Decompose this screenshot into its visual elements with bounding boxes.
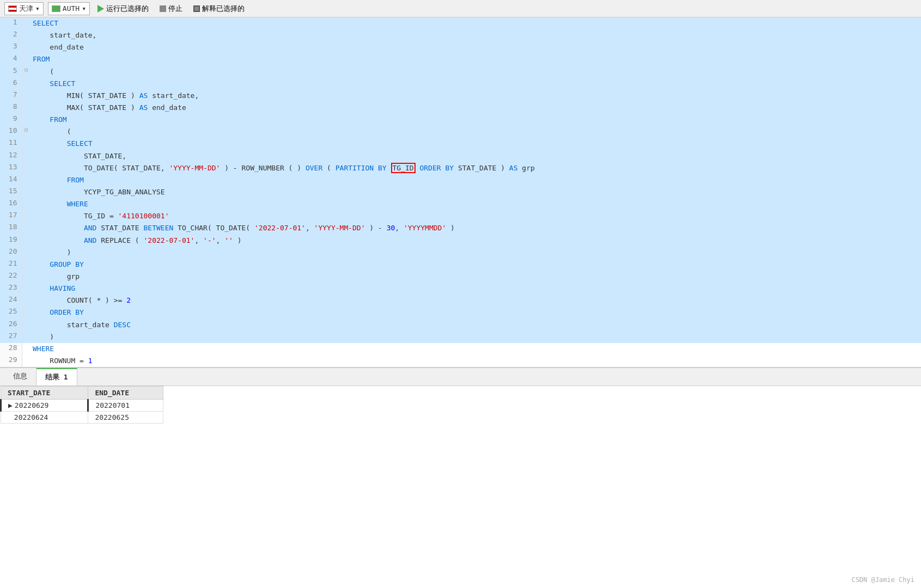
- fold-indicator: [22, 53, 31, 65]
- code-line: YCYP_TG_ABN_ANALYSE: [31, 186, 921, 198]
- stop-label: 停止: [168, 4, 182, 14]
- fold-indicator: [22, 138, 31, 150]
- table-row: 22 grp: [0, 271, 921, 283]
- table-row: 11 SELECT: [0, 138, 921, 150]
- parse-icon: [193, 5, 200, 12]
- table-row: 7 MIN( STAT_DATE ) AS start_date,: [0, 90, 921, 102]
- fold-indicator: [22, 319, 31, 331]
- fold-indicator: [22, 174, 31, 186]
- code-line: ROWNUM = 1: [31, 355, 921, 367]
- result-table-wrapper: START_DATE END_DATE ▶20220629 20220701 ▶…: [0, 386, 921, 424]
- line-number: 4: [0, 53, 22, 65]
- bottom-panel: 信息 结果 1 START_DATE END_DATE ▶20220629 20…: [0, 368, 921, 424]
- line-number: 29: [0, 355, 22, 367]
- line-number: 20: [0, 247, 22, 259]
- table-row: 29 ROWNUM = 1: [0, 355, 921, 367]
- fold-indicator: [22, 210, 31, 222]
- fold-indicator: [22, 90, 31, 102]
- code-line: WHERE: [31, 343, 921, 355]
- line-number: 18: [0, 222, 22, 234]
- code-line: MAX( STAT_DATE ) AS end_date: [31, 102, 921, 114]
- table-row: 3 end_date: [0, 41, 921, 53]
- code-line: HAVING: [31, 283, 921, 295]
- fold-indicator: [22, 162, 31, 174]
- table-row: 4 FROM: [0, 53, 921, 65]
- code-line: TG_ID = '4110100001': [31, 210, 921, 222]
- line-number: 10: [0, 126, 22, 138]
- code-line: (: [31, 126, 921, 138]
- table-row: 10 ⊟ (: [0, 126, 921, 138]
- footer-credit: CSDN @Jamie Chyi: [851, 576, 914, 584]
- table-row: ▶20220629 20220701: [1, 400, 163, 412]
- db-flag-icon: [8, 5, 17, 12]
- schema-selector[interactable]: AUTH ▾: [48, 2, 90, 15]
- code-editor[interactable]: 1 SELECT 2 start_date, 3 end_date 4 F: [0, 17, 921, 368]
- fold-indicator: [22, 295, 31, 307]
- line-number: 28: [0, 343, 22, 355]
- parse-button[interactable]: 解释已选择的: [190, 3, 248, 15]
- code-line: TO_DATE( STAT_DATE, 'YYYY-MM-DD' ) - ROW…: [31, 162, 921, 174]
- code-line: start_date DESC: [31, 319, 921, 331]
- fold-indicator: [22, 102, 31, 114]
- table-row: 28 WHERE: [0, 343, 921, 355]
- table-row: 16 WHERE: [0, 198, 921, 210]
- fold-indicator: [22, 222, 31, 234]
- line-number: 13: [0, 162, 22, 174]
- table-row: 20 ): [0, 247, 921, 259]
- code-line: FROM: [31, 174, 921, 186]
- tab-info[interactable]: 信息: [4, 368, 36, 385]
- tg-id-highlight: TG_ID: [391, 163, 416, 174]
- schema-dropdown-icon: ▾: [82, 4, 86, 13]
- col-header-start-date: START_DATE: [1, 387, 88, 400]
- line-number: 19: [0, 235, 22, 247]
- stop-button[interactable]: 停止: [156, 3, 186, 15]
- tab-result1[interactable]: 结果 1: [36, 368, 77, 385]
- tabs-bar: 信息 结果 1: [0, 368, 921, 386]
- fold-indicator: [22, 186, 31, 198]
- table-row: 1 SELECT: [0, 17, 921, 29]
- col-header-end-date: END_DATE: [88, 387, 163, 400]
- line-number: 11: [0, 138, 22, 150]
- code-line: ): [31, 331, 921, 343]
- table-row: 8 MAX( STAT_DATE ) AS end_date: [0, 102, 921, 114]
- run-icon: [97, 5, 104, 13]
- table-row: ▶20220624 20220625: [1, 412, 163, 424]
- line-number: 25: [0, 307, 22, 318]
- table-row: 5 ⊟ (: [0, 66, 921, 78]
- fold-indicator: [22, 78, 31, 90]
- table-row: 13 TO_DATE( STAT_DATE, 'YYYY-MM-DD' ) - …: [0, 162, 921, 174]
- line-number: 3: [0, 41, 22, 53]
- line-number: 9: [0, 114, 22, 126]
- fold-indicator: [22, 331, 31, 343]
- code-line: SELECT: [31, 17, 921, 29]
- code-line: GROUP BY: [31, 259, 921, 271]
- line-number: 15: [0, 186, 22, 198]
- code-line: ORDER BY: [31, 307, 921, 318]
- table-row: 6 SELECT: [0, 78, 921, 90]
- line-number: 7: [0, 90, 22, 102]
- cell-end-date: 20220701: [88, 400, 163, 412]
- fold-indicator: [22, 259, 31, 271]
- db-selector[interactable]: 天津 ▾: [4, 2, 44, 15]
- parse-label: 解释已选择的: [202, 4, 245, 14]
- table-row: 19 AND REPLACE ( '2022-07-01', '-', '' ): [0, 235, 921, 247]
- fold-indicator: [22, 150, 31, 162]
- line-number: 2: [0, 29, 22, 41]
- run-label: 运行已选择的: [106, 4, 149, 14]
- table-row: 27 ): [0, 331, 921, 343]
- code-line: FROM: [31, 53, 921, 65]
- line-number: 14: [0, 174, 22, 186]
- fold-indicator: [22, 235, 31, 247]
- code-table: 1 SELECT 2 start_date, 3 end_date 4 F: [0, 17, 921, 367]
- cell-start-date: ▶20220624: [1, 412, 88, 424]
- fold-indicator: [22, 271, 31, 283]
- table-header-row: START_DATE END_DATE: [1, 387, 163, 400]
- code-line: grp: [31, 271, 921, 283]
- fold-indicator: [22, 114, 31, 126]
- code-line: COUNT( * ) >= 2: [31, 295, 921, 307]
- toolbar: 天津 ▾ AUTH ▾ 运行已选择的 停止 解释已选择的: [0, 0, 921, 17]
- run-button[interactable]: 运行已选择的: [94, 3, 152, 15]
- code-line: WHERE: [31, 198, 921, 210]
- code-line: start_date,: [31, 29, 921, 41]
- table-row: 14 FROM: [0, 174, 921, 186]
